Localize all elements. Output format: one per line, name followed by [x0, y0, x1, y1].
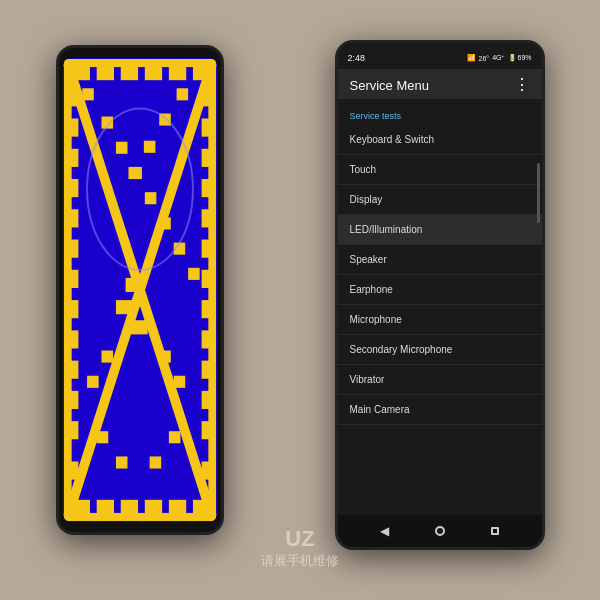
svg-rect-35 — [201, 300, 214, 318]
temp-icon: 26° — [479, 55, 490, 62]
menu-item-vibrator[interactable]: Vibrator — [338, 365, 542, 395]
watermark-logo: UZ — [261, 526, 339, 552]
svg-rect-33 — [201, 240, 214, 258]
svg-rect-31 — [201, 179, 214, 197]
screen-right: 2:48 📶 26° 4G⁺ 🔋69% Service Menu ⋮ Servi… — [338, 43, 542, 547]
svg-rect-18 — [64, 179, 77, 197]
menu-item-label: Keyboard & Switch — [350, 134, 435, 145]
menu-item-label: Earphone — [350, 284, 393, 295]
menu-item-display[interactable]: Display — [338, 185, 542, 215]
menu-item-led[interactable]: LED/Illumination — [338, 215, 542, 245]
svg-rect-12 — [144, 500, 161, 514]
svg-rect-11 — [120, 500, 137, 514]
svg-rect-45 — [144, 192, 156, 204]
svg-rect-37 — [201, 361, 214, 379]
menu-item-keyboard[interactable]: Keyboard & Switch — [338, 125, 542, 155]
recents-icon[interactable] — [491, 527, 499, 535]
svg-rect-53 — [125, 278, 142, 292]
svg-rect-22 — [64, 300, 77, 318]
menu-item-touch[interactable]: Touch — [338, 155, 542, 185]
svg-rect-57 — [87, 376, 99, 388]
back-icon[interactable]: ◀ — [380, 524, 389, 538]
svg-rect-49 — [176, 88, 188, 100]
svg-rect-16 — [64, 119, 77, 137]
svg-rect-36 — [201, 330, 214, 348]
status-icons: 📶 26° 4G⁺ 🔋69% — [467, 54, 532, 62]
phone-left — [56, 45, 224, 535]
svg-rect-24 — [64, 361, 77, 379]
svg-rect-13 — [168, 500, 185, 514]
screen-left — [63, 58, 217, 522]
menu-item-main-camera[interactable]: Main Camera — [338, 395, 542, 425]
menu-list: Keyboard & Switch Touch Display LED/Illu… — [338, 125, 542, 425]
svg-rect-29 — [201, 119, 214, 137]
svg-rect-32 — [201, 209, 214, 227]
menu-item-earphone[interactable]: Earphone — [338, 275, 542, 305]
section-label-container: Service tests — [338, 99, 542, 125]
svg-rect-14 — [192, 500, 209, 514]
section-label-text: Service tests — [350, 111, 402, 121]
svg-rect-43 — [115, 142, 127, 154]
watermark-text: 请展手机维修 — [261, 552, 339, 570]
menu-item-secondary-mic[interactable]: Secondary Microphone — [338, 335, 542, 365]
svg-rect-39 — [201, 421, 214, 439]
svg-rect-3 — [72, 66, 89, 80]
svg-rect-38 — [201, 391, 214, 409]
menu-item-microphone[interactable]: Microphone — [338, 305, 542, 335]
svg-rect-61 — [115, 456, 127, 468]
svg-rect-7 — [168, 66, 185, 80]
menu-item-label: Touch — [350, 164, 377, 175]
service-menu-title: Service Menu — [350, 78, 429, 93]
svg-rect-48 — [188, 268, 200, 280]
svg-rect-46 — [159, 217, 171, 229]
hourglass-pattern — [63, 58, 217, 522]
menu-item-label: Main Camera — [350, 404, 410, 415]
svg-rect-27 — [64, 461, 77, 479]
svg-rect-59 — [173, 376, 185, 388]
svg-rect-41 — [82, 88, 94, 100]
svg-rect-55 — [130, 320, 147, 334]
battery-icon: 🔋69% — [508, 54, 531, 62]
svg-rect-63 — [149, 456, 161, 468]
watermark: UZ 请展手机维修 — [261, 526, 339, 570]
svg-rect-15 — [64, 88, 77, 106]
svg-rect-21 — [64, 270, 77, 288]
menu-item-label: Microphone — [350, 314, 402, 325]
svg-rect-8 — [192, 66, 209, 80]
svg-rect-17 — [64, 149, 77, 167]
svg-rect-25 — [64, 391, 77, 409]
svg-rect-19 — [64, 209, 77, 227]
svg-rect-10 — [96, 500, 113, 514]
svg-rect-20 — [64, 240, 77, 258]
svg-rect-60 — [96, 431, 108, 443]
svg-rect-62 — [168, 431, 180, 443]
svg-rect-28 — [201, 88, 214, 106]
svg-rect-26 — [64, 421, 77, 439]
svg-rect-6 — [144, 66, 161, 80]
menu-item-label: LED/Illumination — [350, 224, 423, 235]
navigation-bar: ◀ — [338, 515, 542, 547]
svg-rect-58 — [159, 351, 171, 363]
svg-rect-5 — [120, 66, 137, 80]
scrollbar[interactable] — [537, 163, 540, 223]
menu-item-label: Speaker — [350, 254, 387, 265]
svg-rect-51 — [143, 141, 155, 153]
more-options-icon[interactable]: ⋮ — [514, 77, 530, 93]
menu-item-speaker[interactable]: Speaker — [338, 245, 542, 275]
home-icon[interactable] — [435, 526, 445, 536]
status-time: 2:48 — [348, 53, 366, 63]
svg-rect-30 — [201, 149, 214, 167]
background: 2:48 📶 26° 4G⁺ 🔋69% Service Menu ⋮ Servi… — [0, 0, 600, 600]
svg-rect-56 — [101, 351, 113, 363]
svg-rect-9 — [72, 500, 89, 514]
notch-left — [120, 48, 160, 56]
service-menu-header: Service Menu ⋮ — [338, 69, 542, 99]
status-bar: 2:48 📶 26° 4G⁺ 🔋69% — [338, 43, 542, 69]
svg-rect-54 — [115, 300, 132, 314]
svg-rect-34 — [201, 270, 214, 288]
svg-rect-23 — [64, 330, 77, 348]
menu-item-label: Secondary Microphone — [350, 344, 453, 355]
phone-right: 2:48 📶 26° 4G⁺ 🔋69% Service Menu ⋮ Servi… — [335, 40, 545, 550]
svg-rect-52 — [128, 167, 140, 179]
menu-item-label: Vibrator — [350, 374, 385, 385]
